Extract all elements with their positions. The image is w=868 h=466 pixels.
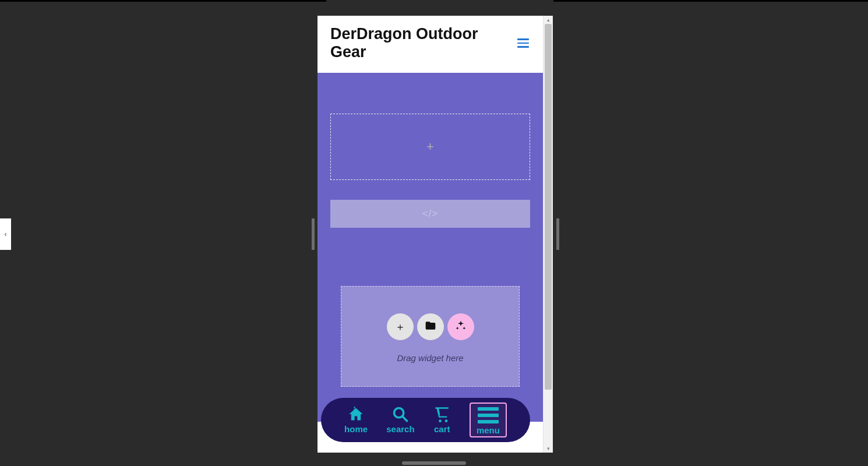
site-title: DerDragon Outdoor Gear (330, 25, 505, 61)
search-icon (391, 406, 409, 422)
widget-drop-zone[interactable]: ＋ Drag widget here (341, 286, 520, 387)
mobile-preview-frame: ▴ ▾ DerDragon Outdoor Gear + </> (317, 16, 553, 453)
nav-home[interactable]: home (344, 406, 368, 434)
empty-heading-placeholder[interactable]: + (330, 114, 530, 180)
resize-handle-right[interactable] (556, 218, 559, 250)
menu-icon (478, 406, 499, 423)
plus-icon: ＋ (395, 320, 405, 334)
chevron-left-icon: ‹ (5, 230, 7, 238)
nav-label: home (344, 424, 368, 434)
nav-label: search (386, 424, 414, 434)
left-panel-expand[interactable]: ‹ (0, 218, 11, 250)
top-divider-right (553, 0, 868, 2)
nav-label: menu (477, 425, 500, 435)
preview-scrollbar[interactable]: ▴ ▾ (543, 16, 553, 453)
top-divider-left (0, 0, 326, 2)
svg-line-1 (403, 416, 407, 421)
resize-handle-left[interactable] (312, 218, 315, 250)
scroll-up-icon[interactable]: ▴ (547, 16, 550, 24)
scroll-down-icon[interactable]: ▾ (547, 444, 550, 453)
home-icon (347, 406, 365, 422)
sparkle-icon (455, 320, 467, 334)
scroll-thumb[interactable] (545, 24, 552, 390)
hamburger-line-icon (517, 46, 529, 48)
nav-label: cart (434, 424, 450, 434)
hamburger-line-icon (517, 38, 529, 40)
folder-icon (425, 320, 436, 334)
cart-icon (433, 406, 451, 422)
bottom-nav: home search cart menu (321, 398, 530, 442)
browse-widget-button[interactable] (417, 313, 444, 340)
spacer (330, 228, 530, 286)
scroll-track[interactable] (544, 24, 553, 444)
nav-menu[interactable]: menu (470, 403, 507, 437)
app-header: DerDragon Outdoor Gear (317, 16, 543, 73)
window-bottom-scroll-thumb[interactable] (402, 461, 466, 465)
button-placeholder[interactable]: </> (330, 200, 530, 228)
nav-cart[interactable]: cart (433, 406, 451, 434)
plus-icon: + (426, 139, 434, 154)
nav-search[interactable]: search (386, 406, 414, 434)
code-icon: </> (422, 208, 439, 220)
drop-zone-actions: ＋ (387, 313, 474, 340)
header-menu-button[interactable] (514, 35, 532, 51)
drop-zone-label: Drag widget here (397, 353, 463, 363)
add-widget-button[interactable]: ＋ (387, 313, 414, 340)
hamburger-line-icon (517, 43, 529, 44)
hero-section: + </> ＋ (317, 73, 543, 422)
ai-widget-button[interactable] (447, 313, 474, 340)
